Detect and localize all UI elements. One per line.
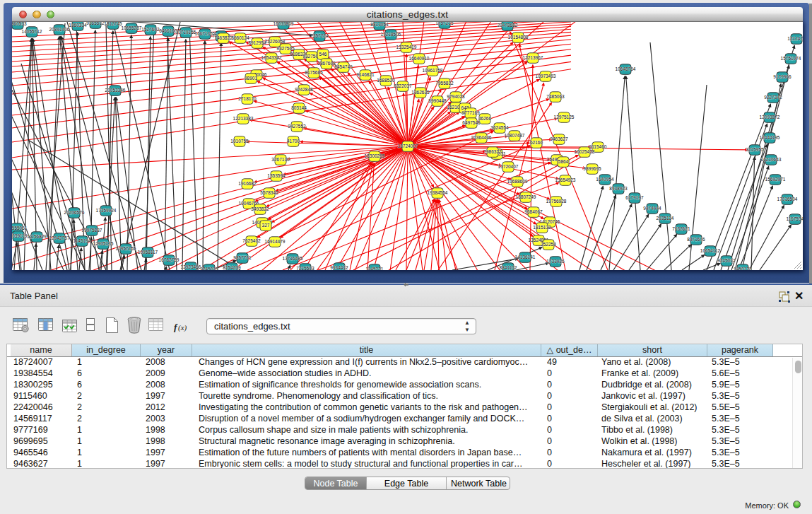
svg-text:99975887: 99975887 bbox=[82, 228, 102, 233]
svg-text:7955812: 7955812 bbox=[435, 81, 454, 86]
svg-text:8471676: 8471676 bbox=[687, 237, 705, 242]
svg-text:6466160: 6466160 bbox=[159, 28, 177, 33]
svg-text:20206576: 20206576 bbox=[64, 210, 85, 215]
svg-text:98901: 98901 bbox=[245, 76, 257, 81]
svg-text:6179197: 6179197 bbox=[625, 195, 644, 200]
svg-text:803144: 803144 bbox=[291, 105, 307, 110]
svg-text:9242848: 9242848 bbox=[295, 87, 313, 92]
svg-text:41700: 41700 bbox=[287, 139, 300, 144]
svg-text:14136141: 14136141 bbox=[515, 255, 536, 259]
svg-text:12213383: 12213383 bbox=[233, 116, 254, 121]
svg-text:13654923: 13654923 bbox=[555, 177, 576, 182]
svg-text:3215955: 3215955 bbox=[746, 147, 764, 152]
svg-text:62160: 62160 bbox=[530, 140, 543, 145]
svg-text:8175685: 8175685 bbox=[305, 70, 323, 75]
svg-text:18807249: 18807249 bbox=[516, 194, 536, 199]
svg-text:7485063: 7485063 bbox=[546, 94, 565, 99]
svg-text:7357224: 7357224 bbox=[310, 33, 329, 38]
svg-text:12093872: 12093872 bbox=[760, 115, 780, 119]
svg-text:20891406: 20891406 bbox=[49, 27, 70, 32]
svg-text:20053346: 20053346 bbox=[105, 88, 126, 93]
svg-text:10654112: 10654112 bbox=[700, 248, 721, 253]
svg-text:13720407: 13720407 bbox=[498, 164, 519, 169]
svg-text:2935114: 2935114 bbox=[657, 216, 674, 221]
svg-text:9365512: 9365512 bbox=[86, 22, 105, 25]
svg-text:12213967: 12213967 bbox=[523, 55, 543, 60]
svg-text:8660124: 8660124 bbox=[231, 35, 249, 40]
svg-text:23226058: 23226058 bbox=[265, 39, 286, 44]
svg-text:9934412: 9934412 bbox=[330, 265, 348, 270]
svg-text:8322037: 8322037 bbox=[394, 83, 412, 88]
svg-text:9857701: 9857701 bbox=[233, 255, 252, 260]
svg-text:10961758: 10961758 bbox=[423, 68, 443, 73]
svg-text:16914479: 16914479 bbox=[265, 239, 286, 244]
svg-text:9227342: 9227342 bbox=[764, 95, 782, 100]
svg-text:8938923: 8938923 bbox=[609, 186, 628, 191]
svg-text:15692971: 15692971 bbox=[765, 177, 786, 182]
svg-text:9684067: 9684067 bbox=[524, 209, 543, 214]
svg-text:8912954: 8912954 bbox=[248, 40, 266, 45]
svg-text:18300295: 18300295 bbox=[365, 153, 385, 158]
svg-text:1010755: 1010755 bbox=[230, 139, 249, 144]
svg-text:9129966: 9129966 bbox=[773, 74, 792, 79]
svg-text:9794028: 9794028 bbox=[447, 94, 465, 99]
svg-text:17359924: 17359924 bbox=[96, 208, 117, 213]
svg-text:16210643: 16210643 bbox=[761, 157, 782, 162]
svg-text:16640910: 16640910 bbox=[409, 56, 430, 61]
svg-text:10648764: 10648764 bbox=[616, 66, 636, 71]
svg-text:16782759: 16782759 bbox=[159, 257, 180, 262]
svg-text:17016504: 17016504 bbox=[777, 197, 798, 201]
svg-text:9427552: 9427552 bbox=[288, 124, 306, 129]
svg-text:10719155: 10719155 bbox=[176, 30, 196, 35]
svg-text:13716485: 13716485 bbox=[283, 256, 303, 261]
svg-text:3267130: 3267130 bbox=[271, 157, 290, 162]
svg-text:7625402: 7625402 bbox=[242, 238, 261, 243]
svg-text:1588520: 1588520 bbox=[377, 78, 395, 83]
svg-text:12942757: 12942757 bbox=[49, 235, 70, 240]
svg-text:18724007: 18724007 bbox=[398, 144, 418, 148]
svg-text:6497546: 6497546 bbox=[462, 120, 481, 125]
svg-text:1757215: 1757215 bbox=[435, 22, 454, 25]
svg-text:12923466: 12923466 bbox=[181, 264, 201, 269]
svg-text:7632621: 7632621 bbox=[672, 226, 690, 231]
svg-text:7215503: 7215503 bbox=[296, 266, 314, 270]
svg-text:3624554: 3624554 bbox=[490, 125, 509, 130]
svg-text:5864: 5864 bbox=[558, 159, 569, 164]
svg-text:9245013: 9245013 bbox=[200, 267, 218, 270]
svg-text:8990448: 8990448 bbox=[428, 98, 447, 103]
svg-text:10688609: 10688609 bbox=[507, 179, 528, 184]
svg-text:20364436: 20364436 bbox=[471, 135, 492, 140]
svg-text:1860334: 1860334 bbox=[69, 23, 87, 28]
svg-text:(x): (x) bbox=[178, 323, 187, 332]
svg-text:20478682: 20478682 bbox=[498, 23, 518, 28]
svg-text:13325419: 13325419 bbox=[396, 45, 417, 49]
svg-text:19218506: 19218506 bbox=[381, 32, 401, 37]
svg-text:15751074: 15751074 bbox=[781, 56, 801, 61]
svg-text:10543342: 10543342 bbox=[261, 55, 282, 60]
svg-text:1212475: 1212475 bbox=[787, 36, 803, 41]
svg-text:1733426: 1733426 bbox=[546, 259, 565, 264]
svg-text:546: 546 bbox=[319, 52, 327, 57]
svg-text:19384554: 19384554 bbox=[428, 190, 448, 195]
svg-text:10655287: 10655287 bbox=[122, 25, 142, 30]
svg-text:7986322: 7986322 bbox=[483, 149, 502, 154]
svg-text:1527602: 1527602 bbox=[141, 27, 160, 32]
svg-text:8154209: 8154209 bbox=[223, 265, 241, 270]
svg-text:14555061: 14555061 bbox=[12, 226, 28, 230]
svg-text:9474444: 9474444 bbox=[643, 206, 661, 211]
svg-text:5578342: 5578342 bbox=[260, 190, 278, 195]
svg-text:252254: 252254 bbox=[541, 242, 556, 247]
svg-text:12444195: 12444195 bbox=[760, 135, 780, 140]
svg-text:10958117: 10958117 bbox=[138, 250, 158, 255]
svg-text:9327505: 9327505 bbox=[276, 46, 295, 51]
svg-text:1039119: 1039119 bbox=[12, 233, 28, 238]
svg-text:9463627: 9463627 bbox=[550, 136, 568, 141]
svg-text:1167534: 1167534 bbox=[787, 216, 803, 221]
svg-text:8841102: 8841102 bbox=[500, 265, 517, 270]
svg-text:8813054: 8813054 bbox=[370, 22, 389, 27]
svg-text:1353594: 1353594 bbox=[267, 173, 286, 178]
svg-text:2867608: 2867608 bbox=[317, 61, 336, 66]
svg-text:10973493: 10973493 bbox=[536, 74, 556, 78]
svg-text:8454749: 8454749 bbox=[334, 64, 353, 69]
svg-text:12975125: 12975125 bbox=[554, 115, 575, 119]
